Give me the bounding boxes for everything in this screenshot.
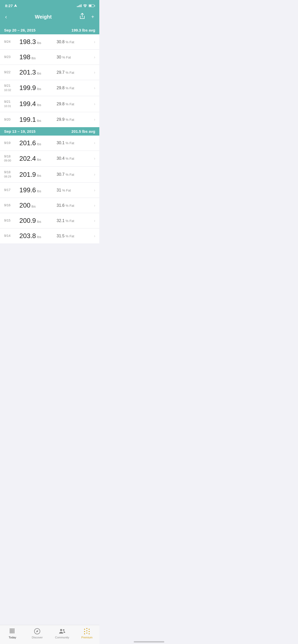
time-display: 8:27 xyxy=(5,4,13,8)
entry-date: 9/24 xyxy=(4,40,19,44)
location-icon xyxy=(14,4,17,8)
entry-fat: 31% Fat xyxy=(57,188,94,193)
battery-icon xyxy=(89,4,94,7)
chevron-right-icon: › xyxy=(94,102,95,106)
table-row[interactable]: 9/20199.1lbs29.9% Fat› xyxy=(0,112,99,127)
share-button[interactable] xyxy=(78,12,86,22)
entry-date: 9/15 xyxy=(4,218,19,223)
chevron-right-icon: › xyxy=(94,70,95,75)
table-row[interactable]: 9/1809:00202.4lbs30.4% Fat› xyxy=(0,151,99,167)
entry-weight: 201.3lbs xyxy=(19,68,57,76)
nav-bar: ‹ Weight + xyxy=(0,10,99,26)
entry-fat: 29.9% Fat xyxy=(57,117,94,122)
entry-weight: 201.6lbs xyxy=(19,139,57,147)
entry-date: 9/17 xyxy=(4,188,19,192)
status-left: 8:27 xyxy=(5,4,17,8)
status-right xyxy=(77,4,94,7)
entry-fat: 32.1% Fat xyxy=(57,218,94,223)
entry-fat: 30.7% Fat xyxy=(57,172,94,177)
chevron-right-icon: › xyxy=(94,117,95,122)
table-row[interactable]: 9/24198.3lbs30.8% Fat› xyxy=(0,34,99,50)
week-avg: 199.3 lbs avg xyxy=(72,28,95,32)
table-row[interactable]: 9/22201.3lbs29.7% Fat› xyxy=(0,65,99,80)
entry-date: 9/1809:00 xyxy=(4,154,19,163)
chevron-right-icon: › xyxy=(94,234,95,238)
main-content: Sep 20 – 26, 2015199.3 lbs avg9/24198.3l… xyxy=(0,26,99,269)
week-header-week1: Sep 20 – 26, 2015199.3 lbs avg xyxy=(0,26,99,34)
table-row[interactable]: 9/17199.6lbs31% Fat› xyxy=(0,183,99,198)
entry-weight: 199.9lbs xyxy=(19,84,57,92)
entry-date: 9/20 xyxy=(4,118,19,122)
entry-fat: 30% Fat xyxy=(57,55,94,60)
entry-weight: 199.1lbs xyxy=(19,116,57,124)
week-label: Sep 13 – 19, 2015 xyxy=(4,129,35,134)
table-row[interactable]: 9/14203.8lbs31.5% Fat› xyxy=(0,228,99,243)
entry-date: 9/16 xyxy=(4,203,19,208)
table-row[interactable]: 9/2110:32199.9lbs29.8% Fat› xyxy=(0,80,99,96)
entry-weight: 199.4lbs xyxy=(19,100,57,108)
week-avg: 201.5 lbs avg xyxy=(72,129,95,134)
back-button[interactable]: ‹ xyxy=(4,13,8,21)
chevron-right-icon: › xyxy=(94,86,95,90)
entry-fat: 30.8% Fat xyxy=(57,40,94,44)
entry-fat: 30.1% Fat xyxy=(57,141,94,145)
entry-weight: 201.9lbs xyxy=(19,171,57,179)
entry-date: 9/14 xyxy=(4,234,19,238)
entry-fat: 30.4% Fat xyxy=(57,156,94,161)
entry-fat: 29.8% Fat xyxy=(57,86,94,90)
table-row[interactable]: 9/19201.6lbs30.1% Fat› xyxy=(0,136,99,151)
week-header-week2: Sep 13 – 19, 2015201.5 lbs avg xyxy=(0,127,99,136)
add-button[interactable]: + xyxy=(90,13,95,21)
chevron-right-icon: › xyxy=(94,55,95,60)
chevron-right-icon: › xyxy=(94,218,95,223)
entry-weight: 203.8lbs xyxy=(19,232,57,240)
table-row[interactable]: 9/1808:29201.9lbs30.7% Fat› xyxy=(0,167,99,183)
chevron-right-icon: › xyxy=(94,172,95,177)
page-title: Weight xyxy=(35,14,52,20)
entry-weight: 200.9lbs xyxy=(19,217,57,225)
table-row[interactable]: 9/16200lbs31.6% Fat› xyxy=(0,198,99,213)
chevron-right-icon: › xyxy=(94,156,95,161)
entry-date: 9/2110:32 xyxy=(4,84,19,92)
entry-date: 9/2110:31 xyxy=(4,100,19,108)
entry-fat: 31.6% Fat xyxy=(57,203,94,208)
status-bar: 8:27 xyxy=(0,0,99,10)
entry-date: 9/23 xyxy=(4,55,19,59)
chevron-right-icon: › xyxy=(94,203,95,208)
table-row[interactable]: 9/15200.9lbs32.1% Fat› xyxy=(0,213,99,228)
data-list-week2: 9/19201.6lbs30.1% Fat›9/1809:00202.4lbs3… xyxy=(0,136,99,244)
entry-weight: 199.6lbs xyxy=(19,186,57,194)
table-row[interactable]: 9/23198lbs30% Fat› xyxy=(0,50,99,65)
week-label: Sep 20 – 26, 2015 xyxy=(4,28,35,32)
chevron-right-icon: › xyxy=(94,188,95,193)
entry-weight: 202.4lbs xyxy=(19,155,57,163)
entry-weight: 200lbs xyxy=(19,201,57,209)
nav-actions: + xyxy=(78,12,95,22)
entry-weight: 198lbs xyxy=(19,53,57,61)
entry-fat: 29.7% Fat xyxy=(57,70,94,75)
chevron-right-icon: › xyxy=(94,141,95,145)
data-list-week1: 9/24198.3lbs30.8% Fat›9/23198lbs30% Fat›… xyxy=(0,34,99,127)
chevron-right-icon: › xyxy=(94,40,95,44)
entry-date: 9/1808:29 xyxy=(4,170,19,179)
entry-weight: 198.3lbs xyxy=(19,38,57,46)
table-row[interactable]: 9/2110:31199.4lbs29.8% Fat› xyxy=(0,96,99,112)
entry-fat: 31.5% Fat xyxy=(57,234,94,238)
wifi-icon xyxy=(83,4,87,7)
entry-date: 9/22 xyxy=(4,70,19,75)
entry-date: 9/19 xyxy=(4,141,19,145)
entry-fat: 29.8% Fat xyxy=(57,102,94,106)
signal-icon xyxy=(77,4,82,7)
